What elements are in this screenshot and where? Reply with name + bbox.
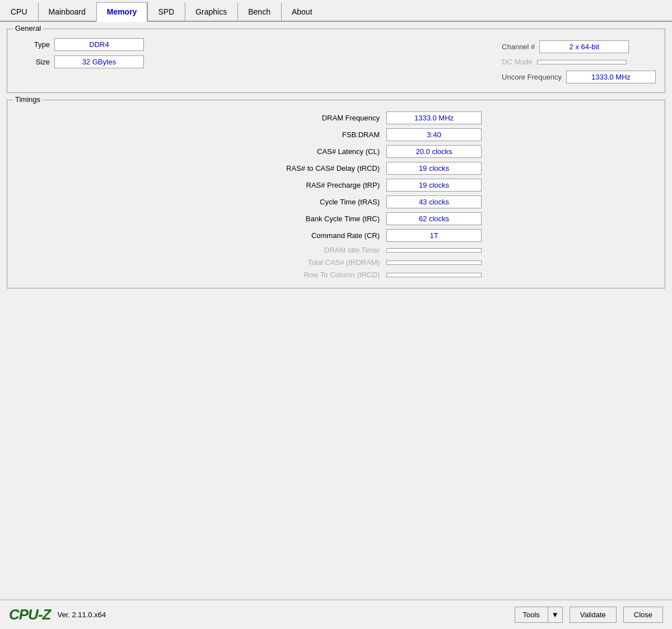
timing-label-4: RAS# Precharge (tRP)	[190, 181, 380, 189]
size-value: 32 GBytes	[54, 55, 144, 68]
dc-mode-label: DC Mode	[502, 58, 533, 66]
general-right: Channel # 2 x 64-bit DC Mode Uncore Freq…	[502, 38, 656, 83]
timing-row-10: Row To Column (tRCD)	[190, 271, 482, 279]
dc-mode-value	[537, 60, 627, 64]
size-label: Size	[16, 58, 50, 66]
timing-row-8: DRAM Idle Timer	[190, 246, 482, 254]
general-group: General Type DDR4 Size 32 GBytes Channel…	[7, 29, 665, 93]
size-row: Size 32 GBytes	[16, 55, 144, 68]
type-row: Type DDR4	[16, 38, 144, 51]
timing-row-7: Command Rate (CR)1T	[190, 229, 482, 242]
general-title: General	[13, 24, 43, 32]
tab-mainboard[interactable]: Mainboard	[38, 2, 96, 21]
general-left: Type DDR4 Size 32 GBytes	[16, 38, 144, 83]
type-value: DDR4	[54, 38, 144, 51]
timing-value-2: 20.0 clocks	[386, 145, 482, 158]
tab-spd[interactable]: SPD	[147, 2, 185, 21]
uncore-freq-label: Uncore Frequency	[502, 73, 562, 81]
channel-label: Channel #	[502, 43, 535, 51]
timing-row-1: FSB:DRAM3:40	[190, 128, 482, 141]
timing-row-3: RAS# to CAS# Delay (tRCD)19 clocks	[190, 162, 482, 175]
timing-row-6: Bank Cycle Time (tRC)62 clocks	[190, 212, 482, 225]
timing-label-9: Total CAS# (tRDRAM)	[190, 258, 380, 267]
channel-value: 2 x 64-bit	[539, 40, 629, 53]
timing-value-10	[386, 273, 482, 277]
footer-logo: CPU-Z	[9, 606, 50, 623]
footer-version: Ver. 2.11.0.x64	[57, 611, 106, 619]
timings-group: Timings DRAM Frequency1333.0 MHzFSB:DRAM…	[7, 100, 665, 288]
timing-row-4: RAS# Precharge (tRP)19 clocks	[190, 179, 482, 192]
timings-grid: DRAM Frequency1333.0 MHzFSB:DRAM3:40CAS#…	[16, 107, 656, 279]
main-content: General Type DDR4 Size 32 GBytes Channel…	[0, 22, 672, 599]
channel-row: Channel # 2 x 64-bit	[502, 40, 656, 53]
timing-label-2: CAS# Latency (CL)	[190, 147, 380, 156]
timing-value-1: 3:40	[386, 128, 482, 141]
timing-row-0: DRAM Frequency1333.0 MHz	[190, 111, 482, 124]
timing-label-5: Cycle Time (tRAS)	[190, 198, 380, 206]
timing-value-7: 1T	[386, 229, 482, 242]
uncore-freq-row: Uncore Frequency 1333.0 MHz	[502, 71, 656, 83]
timing-value-8	[386, 248, 482, 253]
timing-label-1: FSB:DRAM	[190, 131, 380, 139]
timing-label-8: DRAM Idle Timer	[190, 246, 380, 254]
tools-group: Tools ▼	[515, 607, 563, 623]
timing-label-7: Command Rate (CR)	[190, 231, 380, 240]
timing-label-6: Bank Cycle Time (tRC)	[190, 215, 380, 223]
tools-button[interactable]: Tools	[515, 607, 548, 622]
tab-memory[interactable]: Memory	[96, 2, 148, 22]
timing-value-3: 19 clocks	[386, 162, 482, 175]
footer: CPU-Z Ver. 2.11.0.x64 Tools ▼ Validate C…	[0, 599, 672, 629]
timing-value-6: 62 clocks	[386, 212, 482, 225]
timing-value-9	[386, 260, 482, 265]
timing-value-5: 43 clocks	[386, 195, 482, 208]
tools-dropdown-button[interactable]: ▼	[548, 607, 562, 622]
tab-cpu[interactable]: CPU	[0, 2, 38, 21]
timing-row-5: Cycle Time (tRAS)43 clocks	[190, 195, 482, 208]
tab-graphics[interactable]: Graphics	[185, 2, 237, 21]
timing-row-9: Total CAS# (tRDRAM)	[190, 258, 482, 267]
type-label: Type	[16, 40, 50, 49]
tab-bench[interactable]: Bench	[237, 2, 281, 21]
timing-row-2: CAS# Latency (CL)20.0 clocks	[190, 145, 482, 158]
timing-value-4: 19 clocks	[386, 179, 482, 192]
validate-button[interactable]: Validate	[570, 607, 617, 623]
tab-about[interactable]: About	[281, 2, 323, 21]
dc-mode-row: DC Mode	[502, 58, 656, 66]
general-grid: Type DDR4 Size 32 GBytes Channel # 2 x 6…	[16, 36, 656, 83]
tab-bar: CPU Mainboard Memory SPD Graphics Bench …	[0, 0, 672, 22]
timings-title: Timings	[13, 95, 43, 104]
timing-label-0: DRAM Frequency	[190, 114, 380, 122]
uncore-freq-value: 1333.0 MHz	[566, 71, 656, 83]
close-button[interactable]: Close	[623, 607, 663, 623]
timing-value-0: 1333.0 MHz	[386, 111, 482, 124]
timing-label-3: RAS# to CAS# Delay (tRCD)	[190, 164, 380, 173]
timing-label-10: Row To Column (tRCD)	[190, 271, 380, 279]
